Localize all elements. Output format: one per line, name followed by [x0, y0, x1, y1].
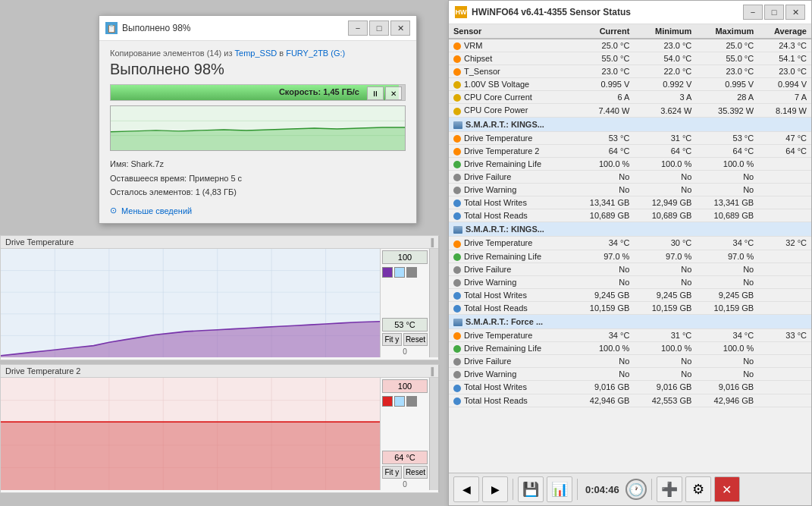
sensor-current-cell: 10,159 GB	[572, 301, 634, 314]
chart-min-value-2: 0	[382, 480, 428, 489]
section-icon	[453, 319, 462, 326]
reset-button-2[interactable]: Reset	[403, 466, 428, 479]
reset-button-1[interactable]: Reset	[403, 333, 428, 346]
sensor-name-cell: T_Sensor	[449, 65, 572, 78]
table-row: Drive WarningNoNoNo	[449, 184, 811, 196]
sensor-minimum-cell: 3.624 W	[634, 104, 696, 117]
sensor-maximum-cell: 0.995 V	[696, 78, 758, 91]
sensor-maximum-cell: 97.0 %	[696, 250, 758, 262]
maximize-button[interactable]: □	[369, 20, 389, 36]
sensor-icon	[453, 148, 461, 156]
cancel-copy-button[interactable]: ✕	[385, 86, 402, 100]
close-button[interactable]: ✕	[390, 20, 410, 36]
sensor-maximum-cell: 9,245 GB	[696, 288, 758, 301]
hwinfo-close-button[interactable]: ✕	[785, 5, 805, 20]
sensor-minimum-cell: 31 °C	[634, 329, 696, 342]
toolbar-forward-button[interactable]: ▶	[482, 476, 508, 502]
chart-btn-row-2: Fit y Reset	[382, 466, 428, 479]
source-link[interactable]: Temp_SSD	[235, 49, 277, 58]
table-row: S.M.A.R.T.: KINGS...	[449, 117, 811, 131]
chart-max-value-1: 100	[382, 250, 428, 264]
sensor-table-head: Sensor Current Minimum Maximum Average	[449, 24, 811, 39]
chart-content-2: 100 64 °C Fit y Reset 0	[1, 378, 438, 490]
color-swatch-3[interactable]	[406, 267, 417, 278]
toolbar-time: 0:04:46	[585, 484, 619, 495]
sensor-average-cell	[758, 368, 811, 381]
sensor-average-cell	[758, 355, 811, 368]
chart-scrollbar-1[interactable]	[429, 249, 438, 357]
sensor-maximum-cell: 23.0 °C	[696, 65, 758, 78]
dest-link[interactable]: FURY_2TB (G:)	[286, 49, 345, 58]
sensor-average-cell	[758, 170, 811, 183]
sensor-minimum-cell: 9,245 GB	[634, 288, 696, 301]
sensor-maximum-cell: 10,689 GB	[696, 209, 758, 222]
col-current: Current	[572, 24, 634, 39]
sensor-minimum-cell: 97.0 %	[634, 250, 696, 262]
sensor-minimum-cell: 23.0 °C	[634, 39, 696, 52]
dialog-subtitle: Копирование элементов (14) из Temp_SSD в…	[110, 49, 406, 58]
sensor-current-cell: 42,946 GB	[572, 394, 634, 407]
sensor-icon	[453, 385, 461, 392]
sensor-icon	[453, 68, 461, 76]
fit-y-button-1[interactable]: Fit y	[382, 333, 402, 346]
svg-rect-26	[1, 422, 380, 490]
table-row: Total Host Reads42,946 GB42,553 GB42,946…	[449, 394, 811, 407]
sensor-average-cell	[758, 381, 811, 394]
expand-button[interactable]: ⊙ Меньше сведений	[110, 206, 406, 215]
color-swatch-2[interactable]	[394, 267, 405, 278]
col-minimum: Minimum	[634, 24, 696, 39]
toolbar-settings-button[interactable]: ⚙	[685, 476, 711, 502]
table-row: Total Host Writes13,341 GB12,949 GB13,34…	[449, 196, 811, 209]
hwinfo-minimize-button[interactable]: −	[743, 5, 763, 20]
chart-content-1: 100 53 °C Fit y Reset 0	[1, 249, 438, 357]
sensor-average-cell: 7 A	[758, 91, 811, 104]
sensor-average-cell	[758, 196, 811, 209]
sensor-maximum-cell: 35.392 W	[696, 104, 758, 117]
sensor-maximum-cell: 100.0 %	[696, 157, 758, 170]
speed-graph-svg	[111, 106, 405, 150]
color-swatch-2-1[interactable]	[382, 396, 393, 407]
sensor-maximum-cell: No	[696, 368, 758, 381]
col-average: Average	[758, 24, 811, 39]
sensor-minimum-cell: 54.0 °C	[634, 52, 696, 65]
pause-button[interactable]: ⏸	[367, 86, 384, 100]
hwinfo-titlebar: HW HWiNFO64 v6.41-4355 Sensor Status − □…	[449, 1, 811, 24]
hwinfo-toolbar: ◀ ▶ 💾 📊 0:04:46 🕐 ➕ ⚙ ✕	[449, 473, 811, 505]
toolbar-add-button[interactable]: ➕	[657, 476, 682, 502]
chart-scrollbar-2[interactable]	[429, 378, 438, 490]
fit-y-button-2[interactable]: Fit y	[382, 466, 402, 479]
color-swatch-2-3[interactable]	[406, 396, 417, 407]
chart-current-value-2: 64 °C	[382, 451, 428, 464]
sensor-average-cell	[758, 157, 811, 170]
time-remaining-text: Оставшееся время: Примерно 5 с	[110, 171, 406, 186]
table-row: CPU Core Power7.440 W3.624 W35.392 W8.14…	[449, 104, 811, 117]
sensor-minimum-cell: 100.0 %	[634, 342, 696, 355]
progress-bar-container: Скорость: 1,45 ГБ/с ⏸ ✕	[110, 84, 406, 101]
color-swatches-1	[382, 267, 428, 278]
sensor-current-cell: 97.0 %	[572, 250, 634, 262]
sensor-current-cell: 53 °C	[572, 131, 634, 144]
sensor-name-cell: Drive Warning	[449, 368, 572, 381]
chart-area-1	[1, 249, 380, 357]
hwinfo-maximize-button[interactable]: □	[764, 5, 784, 20]
toolbar-back-button[interactable]: ◀	[453, 476, 479, 502]
chart-controls-2: 100 64 °C Fit y Reset 0	[380, 378, 429, 490]
sensor-icon	[453, 253, 461, 261]
sensor-name-cell: Drive Temperature	[449, 131, 572, 144]
sensor-table-wrapper[interactable]: Sensor Current Minimum Maximum Average V…	[449, 24, 811, 473]
chart-title-2: Drive Temperature 2	[5, 366, 80, 376]
toolbar-close-button[interactable]: ✕	[714, 476, 740, 502]
sensor-current-cell: No	[572, 368, 634, 381]
section-header: S.M.A.R.T.: KINGS...	[449, 117, 811, 131]
sensor-current-cell: 34 °C	[572, 329, 634, 342]
sensor-minimum-cell: 12,949 GB	[634, 196, 696, 209]
toolbar-report-button[interactable]: 📊	[547, 476, 572, 502]
color-swatch-1[interactable]	[382, 267, 393, 278]
sensor-maximum-cell: 100.0 %	[696, 342, 758, 355]
sensor-average-cell: 24.3 °C	[758, 39, 811, 52]
sensor-name-cell: 1.00V SB Voltage	[449, 78, 572, 91]
minimize-button[interactable]: −	[348, 20, 368, 36]
color-swatch-2-2[interactable]	[394, 396, 405, 407]
hwinfo-title-controls: − □ ✕	[743, 5, 805, 20]
toolbar-save-button[interactable]: 💾	[518, 476, 544, 502]
